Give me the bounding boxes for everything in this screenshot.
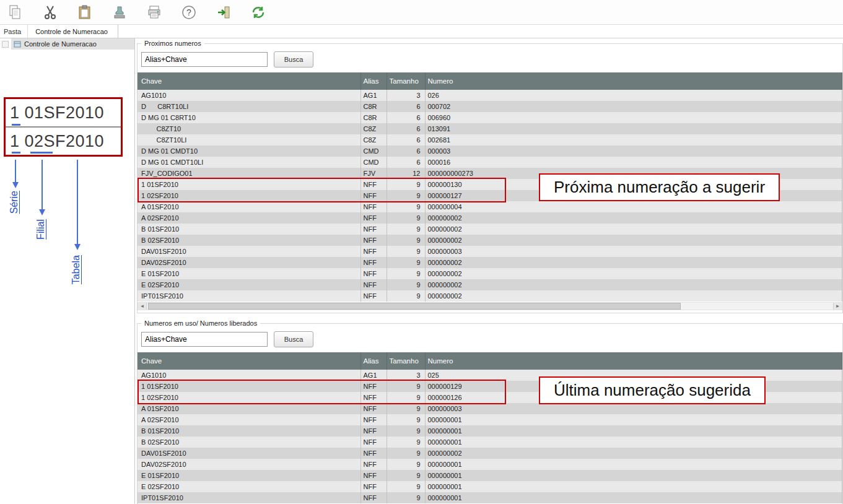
refresh-icon[interactable]: [249, 3, 268, 22]
table-row[interactable]: IPT01SF2010NFF9000000002: [138, 290, 842, 302]
table-row[interactable]: E 02SF2010NFF9000000001: [138, 481, 842, 492]
table-row[interactable]: DAV01SF2010NFF9000000003: [138, 246, 842, 257]
table-row[interactable]: A 01SF2010NFF9000000004: [138, 201, 842, 212]
column-header-alias[interactable]: Alias: [360, 352, 387, 370]
cell-numero: 000000001: [425, 414, 842, 425]
table-row[interactable]: C8ZT10LIC8Z6002681: [138, 134, 842, 146]
underline-filial: [30, 152, 53, 154]
copy-icon[interactable]: [6, 3, 25, 22]
table-row[interactable]: E 01SF2010NFF9000000002: [138, 268, 842, 279]
horizontal-scrollbar[interactable]: ◄ ►: [138, 302, 842, 310]
cell-alias: NFF: [360, 257, 387, 268]
cell-chave: DAV02SF2010: [138, 257, 360, 268]
cell-chave: B 02SF2010: [138, 437, 360, 448]
table-row[interactable]: D MG 01 CMDT10LICMD6000016: [138, 157, 842, 168]
cell-alias: NFF: [360, 425, 387, 437]
cell-tamanho: 9: [387, 190, 425, 201]
cell-numero: 000000002: [425, 212, 842, 224]
table-row[interactable]: C8ZT10C8Z6013091: [138, 123, 842, 134]
table-row[interactable]: B 02SF2010NFF9000000001: [138, 437, 842, 448]
table-row[interactable]: DAV02SF2010NFF9000000002: [138, 257, 842, 268]
table-row[interactable]: B 02SF2010NFF9000000002: [138, 235, 842, 246]
search-input-2[interactable]: [141, 332, 268, 347]
pasta-label: Pasta: [0, 25, 28, 38]
cell-numero: 000016: [425, 157, 842, 168]
column-header-chave[interactable]: Chave: [138, 352, 360, 370]
scroll-left-icon[interactable]: ◄: [138, 303, 147, 310]
table-row[interactable]: IPT01SF2010NFF9000000001: [138, 492, 842, 503]
cell-chave: C8ZT10LI: [138, 134, 360, 146]
busca-button-2[interactable]: Busca: [274, 331, 313, 347]
table-row[interactable]: D MG 01 CMDT10CMD6000003: [138, 146, 842, 157]
cell-alias: NFF: [360, 492, 387, 503]
toolbar: ?: [0, 0, 843, 25]
cell-tamanho: 9: [387, 179, 425, 190]
cell-alias: NFF: [360, 470, 387, 481]
cell-tamanho: 6: [387, 134, 425, 146]
cell-chave: A 01SF2010: [138, 201, 360, 212]
svg-text:?: ?: [186, 7, 191, 17]
help-icon[interactable]: ?: [180, 3, 198, 22]
column-header-numero[interactable]: Numero: [425, 72, 842, 90]
scroll-right-icon[interactable]: ►: [833, 303, 842, 310]
label-tabela: Tabela: [71, 255, 82, 284]
table-row[interactable]: D C8RT10LIC8R6000702: [138, 101, 842, 112]
column-header-tamanho[interactable]: Tamanho: [387, 72, 425, 90]
group-title: Proximos numeros: [141, 40, 204, 47]
annotation-ultima: Última numeração sugerida: [539, 376, 766, 404]
cell-tamanho: 9: [387, 481, 425, 492]
folder-icon: [14, 40, 21, 48]
stamp-icon[interactable]: [110, 3, 129, 22]
cell-chave: IPT01SF2010: [138, 492, 360, 503]
table-row[interactable]: B 01SF2010NFF9000000002: [138, 224, 842, 235]
label-serie: Série: [9, 191, 20, 214]
table-row[interactable]: AG1010AG13026: [138, 90, 842, 101]
cell-tamanho: 9: [387, 235, 425, 246]
cell-numero: 000003: [425, 146, 842, 157]
table-row[interactable]: E 01SF2010NFF9000000001: [138, 470, 842, 481]
cell-alias: NFF: [360, 381, 387, 392]
table-row[interactable]: E 02SF2010NFF9000000002: [138, 279, 842, 290]
table-row[interactable]: D MG 01 C8RT10C8R6006960: [138, 112, 842, 123]
table-row[interactable]: A 02SF2010NFF9000000001: [138, 414, 842, 425]
search-input[interactable]: [141, 52, 268, 67]
tab-controle-de-numeracao[interactable]: Controle de Numeracao: [28, 25, 118, 38]
column-header-tamanho[interactable]: Tamanho: [387, 352, 425, 370]
tree-item-controle-de-numeracao[interactable]: Controle de Numeracao: [11, 38, 134, 50]
table-row[interactable]: DAV01SF2010NFF9000000002: [138, 448, 842, 459]
cell-chave: D MG 01 CMDT10: [138, 146, 360, 157]
cell-alias: NFF: [360, 179, 387, 190]
cell-alias: NFF: [360, 224, 387, 235]
scrollbar-thumb[interactable]: [148, 303, 681, 310]
cell-tamanho: 9: [387, 459, 425, 470]
table-row[interactable]: A 02SF2010NFF9000000002: [138, 212, 842, 224]
table-row[interactable]: DAV02SF2010NFF9000000001: [138, 459, 842, 470]
cell-alias: C8Z: [360, 134, 387, 146]
cell-alias: NFF: [360, 190, 387, 201]
cell-tamanho: 9: [387, 290, 425, 302]
column-header-chave[interactable]: Chave: [138, 72, 360, 90]
column-header-numero[interactable]: Numero: [425, 352, 842, 370]
cell-numero: 000000004: [425, 201, 842, 212]
cell-tamanho: 3: [387, 370, 425, 381]
exit-icon[interactable]: [214, 3, 233, 22]
paste-icon[interactable]: [76, 3, 94, 22]
cell-alias: NFF: [360, 481, 387, 492]
cell-chave: C8ZT10: [138, 123, 360, 134]
tree-expander-icon[interactable]: [2, 41, 9, 48]
cell-chave: 1 01SF2010: [138, 381, 360, 392]
cell-tamanho: 9: [387, 201, 425, 212]
annotation-proxima: Próxima numeração a sugerir: [539, 173, 780, 201]
column-header-alias[interactable]: Alias: [360, 72, 387, 90]
cell-tamanho: 9: [387, 448, 425, 459]
cell-tamanho: 6: [387, 157, 425, 168]
group-proximos-numeros: Proximos numeros Busca Chave Alias Taman…: [137, 43, 843, 313]
table-row[interactable]: B 01SF2010NFF9000000001: [138, 425, 842, 437]
cut-icon[interactable]: [41, 3, 59, 22]
cell-tamanho: 9: [387, 392, 425, 403]
cell-chave: D MG 01 CMDT10LI: [138, 157, 360, 168]
cell-alias: NFF: [360, 268, 387, 279]
table-row[interactable]: A 01SF2010NFF9000000003: [138, 403, 842, 414]
busca-button[interactable]: Busca: [274, 51, 313, 67]
print-icon[interactable]: [145, 3, 164, 22]
